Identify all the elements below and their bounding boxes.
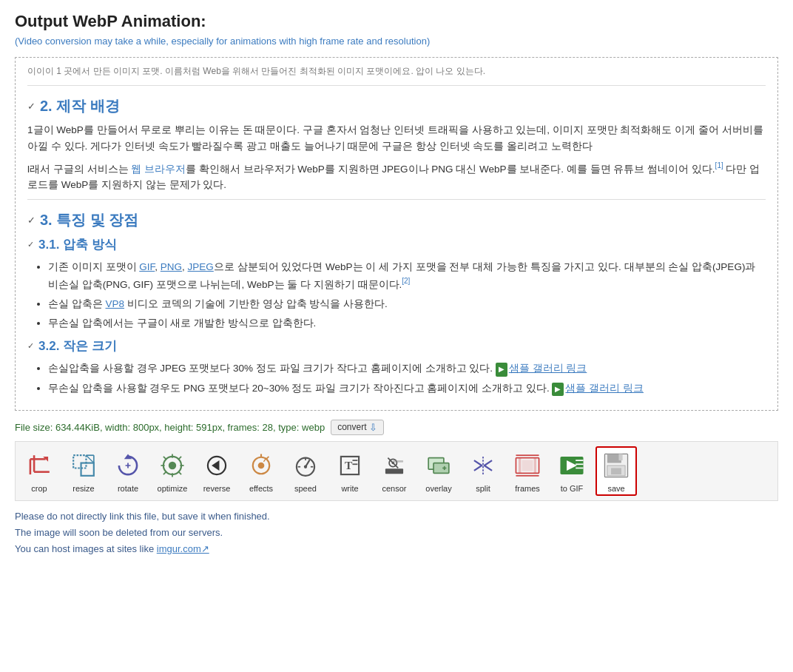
censor-icon: [378, 449, 411, 482]
list-item: 손실압축을 사용할 경우 JPEG 포맷보다 30% 정도 파일 크기가 작다고…: [48, 360, 766, 377]
tool-frames[interactable]: frames: [507, 446, 548, 496]
tool-overlay[interactable]: overlay: [418, 446, 459, 496]
write-icon: T: [334, 449, 366, 482]
section-31-title: 3.1. 압축 방식: [38, 236, 117, 253]
list-item: 무손실 압축에서는 구글이 새로 개발한 방식으로 압축한다.: [48, 315, 766, 332]
gif-link[interactable]: GIF: [139, 261, 155, 272]
list-item: 기존 이미지 포맷이 GIF, PNG, JPEG으로 삼분되어 있었다면 We…: [48, 259, 766, 293]
content-box: 이이이 1 곳에서 만든 이미지 포맷. 이름처럼 Web을 위해서 만들어진 …: [15, 57, 778, 411]
section-31-header: ✓ 3.1. 압축 방식: [27, 236, 766, 253]
convert-label: convert: [337, 422, 366, 432]
download-arrow-icon: ⇩: [369, 422, 377, 433]
crop-label: crop: [31, 484, 47, 493]
convert-button[interactable]: convert ⇩: [331, 420, 383, 435]
imgur-link[interactable]: imgur.com↗: [157, 543, 209, 554]
crop-icon: [23, 449, 55, 482]
notice-line1: Please do not directly link this file, b…: [15, 508, 778, 525]
optimize-icon: [156, 449, 189, 482]
speed-icon: [289, 449, 322, 482]
section-31-list: 기존 이미지 포맷이 GIF, PNG, JPEG으로 삼분되어 있었다면 We…: [27, 259, 766, 332]
tool-split[interactable]: split: [462, 446, 504, 496]
page-title: Output WebP Animation:: [15, 12, 778, 31]
togif-icon: [556, 449, 588, 482]
overlay-label: overlay: [425, 484, 451, 493]
section-2-chevron: ✓: [27, 101, 36, 112]
tool-effects[interactable]: effects: [240, 446, 282, 496]
optimize-label: optimize: [158, 484, 188, 493]
split-label: split: [476, 484, 490, 493]
svg-point-26: [258, 463, 265, 469]
svg-point-30: [304, 466, 307, 468]
section-32-list: 손실압축을 사용할 경우 JPEG 포맷보다 30% 정도 파일 크기가 작다고…: [27, 360, 766, 397]
save-label: save: [607, 484, 624, 493]
faded-top-text: 이이이 1 곳에서 만든 이미지 포맷. 이름처럼 Web을 위해서 만들어진 …: [27, 65, 766, 78]
tool-to-gif[interactable]: to GIF: [551, 446, 593, 496]
list-item: 손실 압축은 VP8 비디오 코덱의 기술에 기반한 영상 압축 방식을 사용한…: [48, 296, 766, 312]
tool-save[interactable]: save: [595, 446, 637, 496]
section-31-chevron: ✓: [27, 240, 34, 249]
svg-rect-51: [522, 460, 533, 471]
resize-icon: [67, 449, 100, 482]
page-subtitle: (Video conversion may take a while, espe…: [15, 36, 778, 47]
reverse-icon: [200, 449, 233, 482]
svg-rect-50: [534, 458, 536, 474]
section-32-header: ✓ 3.2. 작은 크기: [27, 337, 766, 355]
svg-line-25: [266, 457, 269, 459]
section-2-header: ✓ 2. 제작 배경: [27, 96, 766, 116]
overlay-icon: [422, 449, 455, 482]
section-32-title: 3.2. 작은 크기: [38, 337, 117, 355]
section-32-chevron: ✓: [27, 341, 34, 351]
tool-write[interactable]: T write: [329, 446, 371, 496]
section-2-body2: l래서 구글의 서비스는 웹 브라우저를 확인해서 브라우저가 WebP를 지원…: [27, 160, 766, 193]
tool-crop[interactable]: crop: [18, 446, 60, 496]
svg-rect-41: [385, 468, 403, 474]
svg-rect-49: [519, 458, 521, 474]
rotate-icon: [112, 449, 144, 482]
tool-rotate[interactable]: rotate: [107, 446, 149, 496]
effects-icon: [245, 449, 277, 482]
jpeg-link[interactable]: JPEG: [188, 261, 214, 272]
save-icon: [600, 449, 632, 482]
png-link[interactable]: PNG: [161, 261, 182, 272]
censor-label: censor: [382, 484, 406, 493]
section-3-header: ✓ 3. 특징 및 장점: [27, 210, 766, 230]
svg-point-12: [169, 462, 176, 469]
frames-label: frames: [515, 484, 540, 493]
notice-line2: The image will soon be deleted from our …: [15, 525, 778, 541]
svg-rect-5: [73, 455, 86, 468]
svg-rect-63: [611, 468, 621, 474]
tool-censor[interactable]: censor: [374, 446, 415, 496]
tool-resize[interactable]: resize: [63, 446, 104, 496]
split-icon: [467, 449, 499, 482]
svg-rect-42: [393, 460, 403, 463]
tool-reverse[interactable]: reverse: [196, 446, 237, 496]
notice-section: Please do not directly link this file, b…: [15, 508, 778, 557]
vp8-link[interactable]: VP8: [106, 298, 125, 309]
rotate-label: rotate: [118, 484, 138, 493]
sample-gallery-link-2[interactable]: 샘플 갤러리 링크: [565, 383, 644, 394]
effects-label: effects: [249, 484, 273, 493]
section-2-body1: 1글이 WebP를 만들어서 무로로 뿌리는 이유는 돈 때문이다. 구글 혼자…: [27, 122, 766, 154]
tool-speed[interactable]: speed: [285, 446, 326, 496]
tool-optimize[interactable]: optimize: [152, 446, 193, 496]
svg-marker-22: [212, 460, 219, 471]
svg-line-9: [86, 455, 93, 463]
svg-rect-61: [618, 454, 622, 460]
togif-label: to GIF: [561, 484, 584, 493]
section-3-title: 3. 특징 및 장점: [40, 210, 138, 230]
web-browser-link[interactable]: 웹 브라우저: [131, 164, 186, 175]
list-item: 무손실 압축을 사용할 경우도 PNG 포맷보다 20~30% 정도 파일 크기…: [48, 380, 766, 397]
section-2-title: 2. 제작 배경: [40, 96, 120, 116]
svg-rect-44: [433, 463, 449, 474]
file-info-bar: File size: 634.44KiB, width: 800px, heig…: [15, 420, 778, 435]
svg-text:T: T: [345, 459, 353, 471]
speed-label: speed: [294, 484, 317, 493]
frames-icon: [511, 449, 544, 482]
reverse-label: reverse: [203, 484, 231, 493]
svg-rect-6: [81, 463, 94, 476]
file-info-text: File size: 634.44KiB, width: 800px, heig…: [15, 422, 325, 433]
sample-gallery-link-1[interactable]: 샘플 갤러리 링크: [509, 363, 587, 374]
write-label: write: [341, 484, 358, 493]
notice-line3: You can host images at sites like imgur.…: [15, 541, 778, 557]
toolbar: crop resize rotate: [15, 441, 778, 501]
